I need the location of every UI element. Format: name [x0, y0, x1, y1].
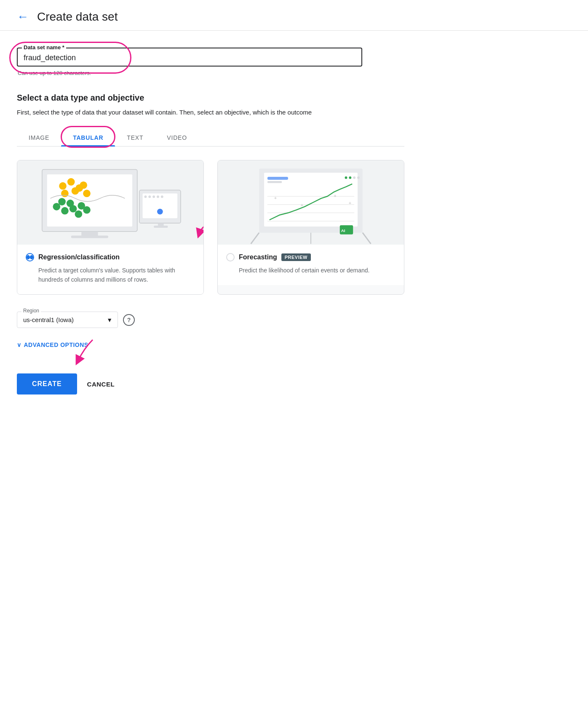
cancel-button[interactable]: CANCEL	[87, 381, 115, 388]
svg-point-12	[83, 189, 91, 197]
dropdown-arrow-icon: ▼	[107, 317, 112, 323]
forecasting-radio[interactable]	[226, 253, 235, 261]
regression-card-image	[17, 160, 203, 245]
svg-rect-23	[143, 193, 178, 218]
advanced-options-section: ∨ ADVANCED OPTIONS	[17, 341, 404, 348]
svg-text:+: +	[274, 195, 277, 200]
section-description: First, select the type of data that your…	[17, 108, 404, 117]
back-button[interactable]: ←	[17, 10, 29, 24]
forecasting-card-image: + + + + AI	[218, 160, 404, 245]
svg-point-6	[59, 182, 67, 189]
svg-point-29	[161, 195, 163, 198]
svg-point-14	[61, 207, 69, 214]
svg-text:+: +	[300, 202, 303, 207]
svg-point-25	[144, 195, 147, 198]
svg-rect-42	[267, 177, 288, 180]
section-heading: Select a data type and objective	[17, 93, 404, 103]
tab-tabular[interactable]: TABULAR	[61, 129, 115, 146]
svg-text:+: +	[348, 200, 351, 205]
svg-point-40	[353, 176, 355, 179]
advanced-options-toggle[interactable]: ∨ ADVANCED OPTIONS	[17, 341, 404, 348]
dataset-name-input[interactable]	[24, 53, 355, 62]
region-label: Region	[21, 308, 41, 314]
svg-point-39	[349, 176, 351, 179]
scatter-illustration	[17, 160, 203, 245]
region-select[interactable]: Region us-central1 (Iowa) ▼	[17, 312, 118, 328]
page-header: ← Create data set	[0, 0, 588, 31]
regression-description: Predict a target column's value. Support…	[38, 266, 195, 285]
svg-rect-34	[264, 173, 358, 227]
create-button[interactable]: CREATE	[17, 373, 77, 394]
svg-point-10	[72, 187, 79, 195]
svg-text:+: +	[334, 193, 337, 198]
svg-point-24	[157, 208, 163, 214]
svg-rect-31	[154, 226, 168, 228]
forecasting-label: Forecasting	[239, 253, 277, 261]
regression-classification-card[interactable]: Regression/classification Predict a targ…	[17, 160, 204, 295]
svg-point-19	[75, 210, 83, 218]
objective-cards: Regression/classification Predict a targ…	[17, 160, 404, 295]
svg-rect-43	[267, 181, 282, 183]
chevron-down-icon: ∨	[17, 341, 21, 348]
dataset-name-hint: Can use up to 128 characters.	[18, 70, 404, 76]
svg-point-27	[152, 195, 155, 198]
regression-radio[interactable]	[26, 253, 34, 261]
regression-option-row: Regression/classification	[26, 253, 195, 261]
dataset-name-field-container: Data set name *	[17, 48, 362, 67]
regression-label: Regression/classification	[38, 253, 120, 261]
svg-point-26	[148, 195, 151, 198]
region-dropdown-wrapper: Region us-central1 (Iowa) ▼ ?	[17, 312, 135, 328]
svg-text:AI: AI	[341, 228, 345, 232]
forecasting-description: Predict the likelihood of certain events…	[239, 266, 396, 275]
regression-card-body: Regression/classification Predict a targ…	[17, 245, 203, 295]
svg-point-41	[357, 176, 360, 179]
advanced-options-label: ADVANCED OPTIONS	[24, 341, 88, 348]
region-help-icon[interactable]: ?	[123, 314, 135, 326]
preview-badge: PREVIEW	[281, 253, 311, 261]
main-content: Data set name * Can use up to 128 charac…	[0, 31, 421, 420]
dataset-name-section: Data set name * Can use up to 128 charac…	[17, 48, 404, 76]
svg-point-38	[345, 176, 347, 179]
region-section: Region us-central1 (Iowa) ▼ ?	[17, 312, 404, 328]
forecasting-card-body: Forecasting PREVIEW Predict the likeliho…	[218, 245, 404, 285]
tab-image[interactable]: IMAGE	[17, 129, 61, 146]
svg-rect-4	[71, 235, 108, 238]
forecasting-option-row: Forecasting PREVIEW	[226, 253, 396, 261]
region-value: us-central1 (Iowa)	[23, 316, 74, 323]
tab-tabular-wrapper: TABULAR	[61, 129, 115, 146]
data-type-tabs: IMAGE TABULAR TEXT VIDEO	[17, 129, 404, 147]
svg-point-11	[80, 181, 87, 189]
svg-point-7	[67, 178, 75, 186]
tab-video[interactable]: VIDEO	[155, 129, 199, 146]
bottom-actions: CREATE CANCEL	[17, 365, 115, 403]
svg-point-17	[58, 198, 66, 205]
data-type-section: Select a data type and objective First, …	[17, 93, 404, 117]
svg-point-28	[157, 195, 159, 198]
page-title: Create data set	[37, 10, 118, 24]
svg-point-20	[83, 206, 91, 213]
forecasting-card[interactable]: + + + + AI Forecasting PREVIEW Predi	[217, 160, 404, 295]
dataset-name-label: Data set name *	[22, 44, 66, 51]
forecast-illustration: + + + + AI	[218, 160, 404, 245]
tab-text[interactable]: TEXT	[115, 129, 155, 146]
svg-point-18	[67, 200, 74, 207]
